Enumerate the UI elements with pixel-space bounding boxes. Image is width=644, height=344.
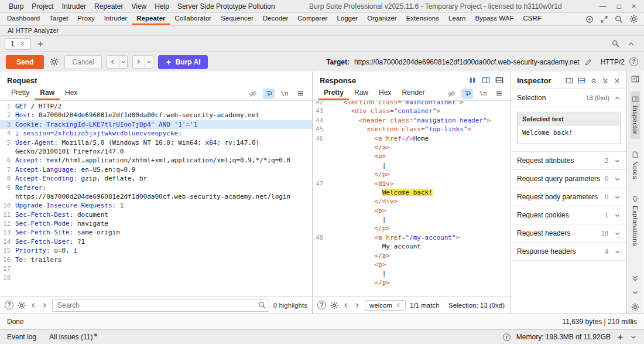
info-icon[interactable]: i xyxy=(503,333,511,341)
inspector-layout-row-icon[interactable] xyxy=(578,77,585,84)
prev-match-icon[interactable] xyxy=(342,302,350,309)
add-tab-icon[interactable] xyxy=(37,40,44,47)
code-line[interactable]: 47 <div> xyxy=(313,179,511,188)
tab-comparer[interactable]: Comparer xyxy=(293,13,332,25)
search-tabs-icon[interactable] xyxy=(612,40,619,47)
tab-learn[interactable]: Learn xyxy=(444,13,470,25)
collapse-all-icon[interactable] xyxy=(602,77,609,84)
code-line[interactable]: Gecko/20100101 Firefox/147.0 xyxy=(0,147,312,156)
newline-glyph-icon[interactable]: \n xyxy=(279,88,290,99)
tab-csrf[interactable]: CSRF xyxy=(518,13,546,25)
tab-logger[interactable]: Logger xyxy=(332,13,362,25)
code-line[interactable]: </a> xyxy=(313,251,511,260)
http-version[interactable]: HTTP/2 xyxy=(601,58,625,66)
tab-sequencer[interactable]: Sequencer xyxy=(216,13,258,25)
nonprinting-toggle-icon[interactable] xyxy=(446,88,457,99)
cancel-button[interactable]: Cancel xyxy=(64,55,101,69)
code-line[interactable]: 9Referer: xyxy=(0,183,312,192)
code-line[interactable]: Welcome back! xyxy=(313,188,511,197)
request-search-input[interactable] xyxy=(52,299,269,312)
response-editor[interactable]: 42 <section class="maincontainer">43 <di… xyxy=(313,101,511,296)
inspector-section-request-cookies[interactable]: Request cookies 1 xyxy=(511,206,626,224)
code-line[interactable]: 18 xyxy=(0,273,312,282)
tab-bypass-waf[interactable]: Bypass WAF xyxy=(470,13,518,25)
code-line[interactable]: 1GET / HTTP/2 xyxy=(0,102,312,111)
code-line[interactable]: 8Accept-Encoding: gzip, deflate, br xyxy=(0,174,312,183)
code-line[interactable]: | xyxy=(313,215,511,224)
code-line[interactable]: <p> xyxy=(313,152,511,161)
code-line[interactable]: | xyxy=(313,161,511,170)
code-line[interactable]: 15Priority: u=0, i xyxy=(0,246,312,255)
tab-organizer[interactable]: Organizer xyxy=(362,13,402,25)
forward-arrow-icon[interactable] xyxy=(133,56,145,68)
edit-target-icon[interactable] xyxy=(584,58,592,66)
request-tab-raw[interactable]: Raw xyxy=(35,87,60,100)
code-line[interactable]: 14Sec-Fetch-User: ?1 xyxy=(0,237,312,246)
event-log-button[interactable]: Event log xyxy=(7,333,36,341)
code-line[interactable]: 45 <section class="top-links"> xyxy=(313,125,511,134)
inspector-layout-column-icon[interactable] xyxy=(566,77,573,84)
settings-icon[interactable] xyxy=(629,15,638,23)
prev-match-icon[interactable] xyxy=(30,302,37,309)
chevron-down-icon[interactable] xyxy=(632,289,639,296)
word-wrap-icon[interactable] xyxy=(461,88,473,99)
strip-tab-inspector[interactable]: Inspector xyxy=(631,91,640,139)
code-line[interactable]: </div> xyxy=(313,197,511,206)
ai-credits-icon[interactable] xyxy=(585,15,594,23)
close-button[interactable]: × xyxy=(632,2,636,11)
tab-intruder[interactable]: Intruder xyxy=(100,13,132,25)
code-line[interactable]: 7Accept-Language: en-US,en;q=0.9 xyxy=(0,165,312,174)
send-settings-icon[interactable] xyxy=(49,56,60,67)
editor-menu-icon[interactable] xyxy=(493,88,505,99)
code-line[interactable]: My account xyxy=(313,242,511,251)
code-line[interactable]: 11Sec-Fetch-Dest: document xyxy=(0,210,312,219)
strip-settings-icon[interactable] xyxy=(631,303,639,311)
code-line[interactable]: 6Accept: text/html,application/xhtml+xml… xyxy=(0,156,312,165)
code-line[interactable]: | xyxy=(313,269,511,278)
tab-collaborator[interactable]: Collaborator xyxy=(170,13,217,25)
repeater-tab-1[interactable]: 1 xyxy=(5,38,31,50)
code-line[interactable]: 42 <section class="maincontainer"> xyxy=(313,101,511,107)
code-line[interactable]: <p> xyxy=(313,206,511,215)
code-line[interactable]: 5User-Agent: Mozilla/5.0 (Windows NT 10.… xyxy=(0,138,312,147)
next-match-icon[interactable] xyxy=(354,302,361,309)
inspector-close-icon[interactable] xyxy=(614,77,621,84)
tab-extensions[interactable]: Extensions xyxy=(402,13,444,25)
burp-ai-button[interactable]: Burp AI xyxy=(158,55,208,69)
tab-target[interactable]: Target xyxy=(44,13,73,25)
code-line[interactable]: 13Sec-Fetch-Site: same-origin xyxy=(0,228,312,237)
inspector-section-request-query-parameters[interactable]: Request query parameters 0 xyxy=(511,170,626,188)
forward-dropdown-icon[interactable] xyxy=(145,56,153,68)
inspector-section-response-headers[interactable]: Response headers 4 xyxy=(511,243,626,261)
code-line[interactable]: </p> xyxy=(313,278,511,287)
all-issues-button[interactable]: All issues (11) xyxy=(49,333,97,341)
code-line[interactable]: 16Te: trailers xyxy=(0,256,312,264)
inspector-section-request-body-parameters[interactable]: Request body parameters 0 xyxy=(511,188,626,206)
double-chevron-down-icon[interactable] xyxy=(632,275,639,282)
menu-repeater[interactable]: Repeater xyxy=(90,2,127,11)
response-tab-hex[interactable]: Hex xyxy=(374,87,396,100)
code-line[interactable]: 48 <a href="/my-account"> xyxy=(313,233,511,242)
code-line[interactable]: 46 <a href=/>Home xyxy=(313,134,511,143)
code-line[interactable]: <p> xyxy=(313,260,511,269)
search-term-chip[interactable]: welcom xyxy=(365,300,406,311)
search-icon[interactable] xyxy=(615,15,623,23)
inspector-selection-row[interactable]: Selection 13 (0xd) xyxy=(511,88,626,107)
history-back-button[interactable] xyxy=(107,55,128,69)
columns-layout-icon[interactable] xyxy=(468,76,477,84)
code-line[interactable]: 3Cookie: TrackingId=LKE7tlrUIooTjDp4' AN… xyxy=(0,120,312,129)
search-settings-icon[interactable] xyxy=(330,301,338,309)
code-line[interactable]: </a> xyxy=(313,143,511,152)
search-help-icon[interactable]: ? xyxy=(317,301,326,309)
ai-sparkle-icon[interactable] xyxy=(616,333,624,341)
chevron-down-icon[interactable] xyxy=(630,333,637,340)
code-line[interactable]: https://0a7000d204de696081e2df1d00da00cf… xyxy=(0,192,312,201)
code-line[interactable]: </p> xyxy=(313,224,511,233)
code-line[interactable]: </p> xyxy=(313,170,511,179)
tile-windows-icon[interactable] xyxy=(600,15,608,23)
next-match-icon[interactable] xyxy=(41,302,48,309)
editor-menu-icon[interactable] xyxy=(294,88,306,99)
back-arrow-icon[interactable] xyxy=(107,56,119,68)
tab-ai-http-analyzer[interactable]: AI HTTP Analyzer xyxy=(8,27,59,34)
request-editor[interactable]: 1GET / HTTP/22Host: 0a7000d204de696081e2… xyxy=(0,101,312,296)
